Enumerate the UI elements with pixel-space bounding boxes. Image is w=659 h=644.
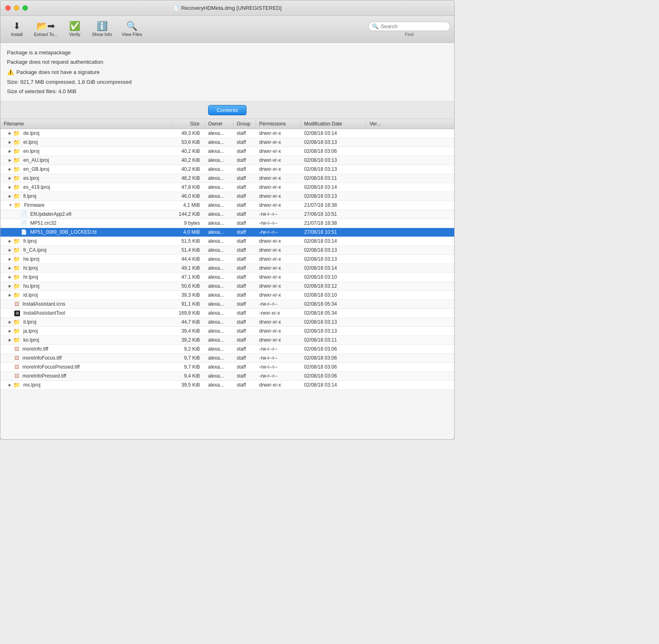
folder-triangle-icon[interactable]: ▶: [9, 329, 11, 333]
table-row[interactable]: 🖼moreInfo.tiff9,2 KiBalexa...staff-rw-r-…: [0, 345, 454, 354]
file-name-label: moreInfo.tiff: [22, 346, 48, 352]
col-header-owner: Owner: [205, 119, 233, 129]
file-name-label: fr_CA.lproj: [23, 247, 47, 253]
table-row[interactable]: 🖼moreInfoFocus.tiff9,7 KiBalexa...staff-…: [0, 354, 454, 363]
folder-icon: 📁: [13, 274, 20, 280]
cell-ver: [366, 213, 391, 215]
table-row[interactable]: ▶📁ko.lproj39,2 KiBalexa...staffdrwxr-xr-…: [0, 336, 454, 345]
folder-triangle-icon[interactable]: ▼: [9, 203, 12, 207]
cell-permissions: -rw-r--r--: [256, 363, 301, 371]
table-row[interactable]: 🖼InstallAssistant.icns91,1 KiBalexa...st…: [0, 300, 454, 309]
table-row[interactable]: 🖼moreInfoFocusPressed.tiff9,7 KiBalexa..…: [0, 363, 454, 372]
view-files-button[interactable]: 🔍 View Files: [117, 20, 147, 38]
table-row[interactable]: ▶📁de.lproj49,3 KiBalexa...staffdrwxr-xr-…: [0, 129, 454, 138]
folder-triangle-icon[interactable]: ▶: [9, 257, 11, 261]
cell-group: staff: [233, 381, 256, 389]
table-row[interactable]: ⚙InstallAssistantTool169,8 KiBalexa...st…: [0, 309, 454, 318]
table-row[interactable]: 📄EfiUpdaterApp2.efi144,2 KiBalexa...staf…: [0, 210, 454, 219]
file-name-label: es.lproj: [23, 175, 39, 181]
file-name-label: Firmware: [24, 202, 45, 208]
show-info-button[interactable]: ℹ️ Show Info: [87, 20, 117, 38]
minimize-button[interactable]: [14, 5, 19, 11]
info-line-5: Size of selected files: 4,0 MiB: [7, 87, 448, 96]
folder-triangle-icon[interactable]: ▶: [9, 383, 11, 387]
folder-triangle-icon[interactable]: ▶: [9, 176, 11, 180]
contents-button[interactable]: Contents: [208, 105, 247, 115]
folder-triangle-icon[interactable]: ▶: [9, 338, 11, 342]
maximize-button[interactable]: [22, 5, 28, 11]
cell-size: 51,5 KiB: [172, 238, 205, 244]
table-row[interactable]: ▶📁ja.lproj39,4 KiBalexa...staffdrwxr-xr-…: [0, 327, 454, 336]
search-input[interactable]: [381, 23, 446, 29]
cell-moddate: 02/08/18 03:13: [301, 246, 366, 254]
table-row[interactable]: ▶📁hi.lproj49,1 KiBalexa...staffdrwxr-xr-…: [0, 264, 454, 273]
folder-triangle-icon[interactable]: ▶: [9, 158, 11, 162]
search-input-wrap[interactable]: 🔍: [368, 22, 450, 31]
table-row[interactable]: ▶📁hr.lproj47,1 KiBalexa...staffdrwxr-xr-…: [0, 273, 454, 282]
table-row[interactable]: ▶📁fi.lproj46,0 KiBalexa...staffdrwxr-xr-…: [0, 192, 454, 201]
folder-triangle-icon[interactable]: ▶: [9, 284, 11, 288]
cell-permissions: -rw-r--r--: [256, 219, 301, 227]
folder-icon: 📁: [13, 319, 20, 325]
table-row[interactable]: 📄MP51_0089_00B_LOCKED.fd4,0 MiBalexa...s…: [0, 228, 454, 237]
extract-to-button[interactable]: 📂➡ Extract To...: [29, 20, 63, 38]
cell-permissions: -rwxr-xr-x: [256, 309, 301, 317]
folder-triangle-icon[interactable]: ▶: [9, 185, 11, 189]
cell-group: staff: [233, 183, 256, 191]
table-row[interactable]: ▶📁en_GB.lproj40,2 KiBalexa...staffdrwxr-…: [0, 165, 454, 174]
cell-permissions: drwxr-xr-x: [256, 264, 301, 272]
cell-owner: alexa...: [205, 354, 233, 362]
table-row[interactable]: ▶📁ms.lproj39,5 KiBalexa...staffdrwxr-xr-…: [0, 381, 454, 390]
col-header-filename: Filename: [0, 119, 172, 129]
folder-triangle-icon[interactable]: ▶: [9, 149, 11, 153]
folder-triangle-icon[interactable]: ▶: [9, 275, 11, 279]
icns-icon: 🖼: [14, 301, 19, 307]
file-name-label: moreInfoFocusPressed.tiff: [22, 364, 80, 370]
titlebar: 📄 RecoveryHDMeta.dmg [UNREGISTERED]: [0, 0, 454, 16]
folder-triangle-icon[interactable]: ▶: [9, 248, 11, 252]
cell-permissions: drwxr-xr-x: [256, 246, 301, 254]
folder-triangle-icon[interactable]: ▶: [9, 131, 11, 135]
table-row[interactable]: ▶📁he.lproj44,4 KiBalexa...staffdrwxr-xr-…: [0, 255, 454, 264]
install-button[interactable]: ⬇ Install: [4, 20, 29, 38]
cell-size: 49,1 KiB: [172, 265, 205, 271]
table-row[interactable]: ▶📁id.lproj39,3 KiBalexa...staffdrwxr-xr-…: [0, 291, 454, 300]
folder-triangle-icon[interactable]: ▶: [9, 293, 11, 297]
verify-icon: ✅: [69, 22, 80, 31]
folder-triangle-icon[interactable]: ▶: [9, 194, 11, 198]
table-row[interactable]: ▶📁es_419.lproj47,8 KiBalexa...staffdrwxr…: [0, 183, 454, 192]
cell-owner: alexa...: [205, 300, 233, 308]
cell-ver: [366, 339, 391, 341]
table-row[interactable]: ▶📁hu.lproj50,6 KiBalexa...staffdrwxr-xr-…: [0, 282, 454, 291]
table-row[interactable]: ▶📁el.lproj53,6 KiBalexa...staffdrwxr-xr-…: [0, 138, 454, 147]
cell-moddate: 02/08/18 03:11: [301, 174, 366, 182]
folder-triangle-icon[interactable]: ▶: [9, 167, 11, 171]
cell-ver: [366, 267, 391, 269]
cell-group: staff: [233, 318, 256, 326]
cell-owner: alexa...: [205, 165, 233, 173]
table-row[interactable]: ▼📁Firmware4,1 MiBalexa...staffdrwxr-xr-x…: [0, 201, 454, 210]
folder-triangle-icon[interactable]: ▶: [9, 140, 11, 144]
folder-icon: 📁: [13, 256, 20, 262]
table-row[interactable]: ▶📁es.lproj48,2 KiBalexa...staffdrwxr-xr-…: [0, 174, 454, 183]
folder-triangle-icon[interactable]: ▶: [9, 320, 11, 324]
cell-permissions: drwxr-xr-x: [256, 130, 301, 137]
cell-owner: alexa...: [205, 363, 233, 371]
verify-button[interactable]: ✅ Verify: [63, 20, 87, 38]
table-row[interactable]: 🖼moreInfoPressed.tiff9,4 KiBalexa...staf…: [0, 372, 454, 381]
close-button[interactable]: [5, 5, 11, 11]
file-name-label: MP51_0089_00B_LOCKED.fd: [30, 229, 96, 235]
table-row[interactable]: 📄MP51.crc329 bytesalexa...staff-rw-r--r-…: [0, 219, 454, 228]
folder-icon: 📁: [13, 265, 20, 271]
folder-triangle-icon[interactable]: ▶: [9, 266, 11, 270]
file-table[interactable]: Filename Size Owner Group Permissions Mo…: [0, 119, 454, 439]
cell-group: staff: [233, 174, 256, 182]
cell-moddate: 02/08/18 03:14: [301, 183, 366, 191]
cell-permissions: drwxr-xr-x: [256, 174, 301, 182]
table-row[interactable]: ▶📁en_AU.lproj40,2 KiBalexa...staffdrwxr-…: [0, 156, 454, 165]
table-row[interactable]: ▶📁fr_CA.lproj51,4 KiBalexa...staffdrwxr-…: [0, 246, 454, 255]
table-row[interactable]: ▶📁en.lproj40,2 KiBalexa...staffdrwxr-xr-…: [0, 147, 454, 156]
table-row[interactable]: ▶📁it.lproj44,7 KiBalexa...staffdrwxr-xr-…: [0, 318, 454, 327]
table-row[interactable]: ▶📁fr.lproj51,5 KiBalexa...staffdrwxr-xr-…: [0, 237, 454, 246]
folder-triangle-icon[interactable]: ▶: [9, 239, 11, 243]
